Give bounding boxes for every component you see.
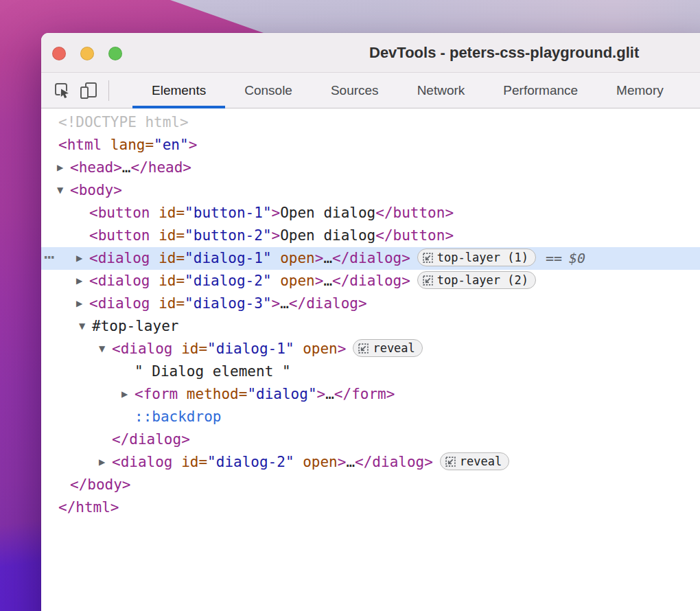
code-token: </button> — [375, 205, 454, 221]
traffic-lights — [52, 47, 122, 60]
expand-arrow-icon[interactable]: ▶ — [121, 383, 128, 406]
collapse-arrow-icon[interactable]: ▼ — [79, 315, 85, 338]
expand-arrow-icon[interactable]: ▶ — [57, 157, 63, 179]
code-token: id= — [173, 341, 208, 357]
device-toolbar-button[interactable] — [80, 82, 97, 100]
dom-tree-row[interactable]: ⋯▶<dialog id="dialog-1" open>…</dialog>t… — [41, 247, 700, 270]
code-token: <button — [89, 205, 150, 221]
code-token: "dialog-1" — [185, 250, 271, 266]
dom-tree-row[interactable]: ▶<dialog id="dialog-3">…</dialog> — [41, 292, 700, 315]
badge-label: reveal — [460, 450, 502, 473]
code-token: <body> — [70, 182, 122, 198]
code-token: … — [122, 159, 131, 176]
badge-label: reveal — [373, 337, 415, 360]
code-token: > — [317, 386, 326, 402]
reveal-target-icon — [358, 343, 369, 354]
tab-network[interactable]: Network — [398, 73, 485, 108]
dollar-zero-variable: $0 — [569, 250, 585, 266]
dom-tree-row[interactable]: <button id="button-2">Open dialog</butto… — [41, 224, 700, 247]
zoom-button[interactable] — [108, 47, 122, 60]
top-layer-badge[interactable]: top-layer (1) — [417, 249, 536, 266]
code-token: id= — [150, 205, 185, 221]
tab-memory[interactable]: Memory — [597, 73, 683, 108]
dom-tree-row[interactable]: ▶<head>…</head> — [41, 157, 700, 179]
tab-bar: ElementsConsoleSourcesNetworkPerformance… — [132, 73, 683, 108]
dom-tree-row[interactable]: ▶<dialog id="dialog-2" open>…</dialog>re… — [41, 451, 700, 474]
dom-tree-row[interactable]: <button id="button-1">Open dialog</butto… — [41, 202, 700, 224]
devtools-window: DevTools - peters-css-playground.glit El… — [41, 33, 700, 611]
code-token: ::backdrop — [135, 408, 221, 425]
code-token: open — [294, 341, 338, 357]
expand-arrow-icon[interactable]: ▶ — [76, 270, 82, 292]
code-token: <dialog — [89, 295, 150, 312]
code-token: open — [294, 454, 338, 470]
code-token: </head> — [131, 159, 192, 176]
close-button[interactable] — [52, 47, 66, 60]
code-token: id= — [150, 295, 185, 312]
collapse-arrow-icon[interactable]: ▼ — [99, 338, 105, 360]
code-token: <button — [89, 227, 150, 244]
expand-arrow-icon[interactable]: ▶ — [76, 247, 82, 270]
dom-tree-row[interactable]: ▶<form method="dialog">…</form> — [41, 383, 700, 406]
code-token: > — [338, 454, 347, 470]
top-layer-badge[interactable]: top-layer (2) — [417, 271, 536, 289]
code-token: > — [272, 227, 281, 244]
dom-tree-row[interactable]: ▼<body> — [41, 179, 700, 202]
code-token: … — [280, 295, 289, 312]
dom-tree-row[interactable]: ▼<dialog id="dialog-1" open>reveal — [41, 338, 700, 360]
code-token: Open dialog — [280, 205, 375, 221]
tab-sources[interactable]: Sources — [312, 73, 398, 108]
reveal-badge[interactable]: reveal — [440, 452, 509, 470]
code-token: "button-1" — [185, 205, 271, 221]
expand-arrow-icon[interactable]: ▶ — [76, 292, 82, 315]
code-token: open — [272, 250, 315, 266]
code-token: id= — [150, 250, 185, 266]
code-token: <dialog — [112, 454, 173, 470]
code-token: <dialog — [89, 273, 150, 289]
inspect-element-button[interactable] — [54, 82, 71, 100]
window-title: DevTools - peters-css-playground.glit — [369, 33, 639, 73]
code-token: "dialog" — [247, 386, 316, 402]
dom-tree-row[interactable]: </dialog> — [41, 428, 700, 451]
code-token: "dialog-3" — [185, 295, 271, 312]
code-token: … — [325, 386, 334, 402]
titlebar[interactable]: DevTools - peters-css-playground.glit — [41, 33, 700, 73]
dom-tree-row[interactable]: ▼#top-layer — [41, 315, 700, 338]
code-token: "en" — [154, 137, 189, 153]
code-token: "dialog-2" — [207, 454, 294, 470]
code-token: </dialog> — [289, 295, 367, 312]
code-token: > — [272, 205, 281, 221]
code-token: "dialog-1" — [207, 341, 294, 357]
code-token: <dialog — [89, 250, 150, 266]
code-token: … — [346, 454, 355, 470]
reveal-badge[interactable]: reveal — [353, 339, 422, 357]
expand-arrow-icon[interactable]: ▶ — [99, 451, 105, 474]
tab-elements[interactable]: Elements — [132, 73, 225, 108]
devtools-toolbar: ElementsConsoleSourcesNetworkPerformance… — [41, 73, 700, 108]
dom-tree-row[interactable]: ::backdrop — [41, 406, 700, 428]
code-token: <head> — [70, 159, 122, 176]
tab-console[interactable]: Console — [225, 73, 312, 108]
dom-tree-row[interactable]: </html> — [41, 496, 700, 519]
badge-label: top-layer (2) — [437, 269, 528, 292]
code-token: > — [272, 295, 281, 312]
dom-tree-row[interactable]: </body> — [41, 474, 700, 496]
code-token: </body> — [70, 476, 131, 493]
dom-tree-row[interactable]: " Dialog element " — [41, 360, 700, 383]
dom-tree-row[interactable]: <!DOCTYPE html> — [41, 111, 700, 134]
inspect-cursor-icon — [54, 82, 71, 100]
reveal-target-icon — [423, 253, 433, 263]
minimize-button[interactable] — [80, 47, 94, 60]
more-actions-icon[interactable]: ⋯ — [44, 246, 56, 268]
collapse-arrow-icon[interactable]: ▼ — [57, 179, 63, 202]
code-token: lang= — [102, 137, 154, 153]
code-token: open — [272, 273, 315, 289]
tab-performance[interactable]: Performance — [484, 73, 597, 108]
equals-sign: == — [546, 250, 562, 266]
dom-tree-row[interactable]: <html lang="en"> — [41, 134, 700, 157]
code-token: > — [315, 250, 324, 266]
console-variable-hint: ==$0 — [546, 250, 585, 266]
code-token: <!DOCTYPE html> — [58, 114, 189, 130]
dom-tree-row[interactable]: ▶<dialog id="dialog-2" open>…</dialog>to… — [41, 270, 700, 292]
code-token: "dialog-2" — [185, 273, 271, 289]
